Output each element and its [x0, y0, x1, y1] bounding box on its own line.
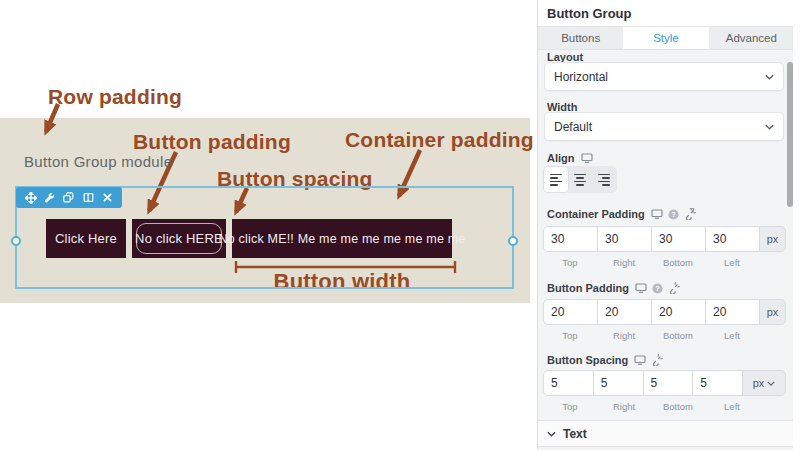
window-edge: [793, 0, 800, 450]
align-right-button[interactable]: [592, 167, 616, 192]
button-spacing-right-input[interactable]: [593, 370, 644, 396]
align-left-icon: [550, 174, 562, 186]
module-button-3[interactable]: No click ME!! Me me me me me me me me: [232, 219, 452, 258]
columns-icon[interactable]: [82, 192, 94, 204]
chevron-down-icon: [767, 381, 775, 386]
container-padding-right-input[interactable]: [597, 226, 652, 252]
button-padding-bottom-input[interactable]: [651, 299, 706, 325]
button-spacing-bottom-input[interactable]: [643, 370, 694, 396]
button-spacing-sublabels: TopRight BottomLeft: [543, 401, 759, 412]
align-control: [543, 166, 617, 193]
chevron-down-icon: [547, 431, 556, 437]
module-button-1[interactable]: Click Here: [46, 219, 126, 258]
container-padding-left-input[interactable]: [705, 226, 760, 252]
panel-title: Button Group: [547, 6, 631, 21]
chevron-down-icon: [765, 124, 774, 130]
container-padding-unit[interactable]: px: [759, 226, 786, 252]
close-icon[interactable]: [101, 192, 113, 204]
container-padding-bottom-input[interactable]: [651, 226, 706, 252]
button-padding-inputs: px: [543, 299, 786, 325]
button-padding-right-input[interactable]: [597, 299, 652, 325]
button-padding-left-input[interactable]: [705, 299, 760, 325]
button-spacing-left-input[interactable]: [692, 370, 743, 396]
annotation-button-padding: Button padding: [133, 130, 291, 154]
tab-buttons[interactable]: Buttons: [538, 27, 623, 49]
svg-text:?: ?: [671, 209, 676, 218]
layout-select[interactable]: Horizontal: [544, 62, 784, 91]
align-center-button[interactable]: [568, 167, 592, 192]
unlink-icon[interactable]: [684, 208, 696, 220]
width-select-value: Default: [554, 120, 765, 134]
button-spacing-inputs: px: [543, 370, 786, 396]
help-icon[interactable]: ?: [652, 283, 663, 294]
button-padding-unit[interactable]: px: [759, 299, 786, 325]
resize-handle-right[interactable]: [508, 236, 518, 246]
panel-header: Button Group: [538, 0, 794, 27]
unlink-icon[interactable]: [668, 282, 680, 294]
tab-style[interactable]: Style: [623, 27, 708, 49]
move-icon[interactable]: [25, 192, 37, 204]
button-spacing-top-input[interactable]: [543, 370, 594, 396]
width-select[interactable]: Default: [544, 112, 784, 141]
responsive-monitor-icon[interactable]: [634, 355, 646, 365]
panel-tabs: Buttons Style Advanced: [538, 27, 794, 50]
builder-canvas: Row padding Button padding Button spacin…: [0, 0, 537, 450]
layout-select-value: Horizontal: [554, 70, 765, 84]
tab-advanced[interactable]: Advanced: [709, 27, 794, 49]
button-padding-top-input[interactable]: [543, 299, 598, 325]
button-group-module: Click Here No click HERE No click ME!! M…: [46, 219, 452, 258]
container-padding-sublabels: TopRight BottomLeft: [543, 257, 759, 268]
align-right-icon: [598, 174, 610, 186]
unlink-icon[interactable]: [651, 354, 663, 366]
module-label: Button Group module: [24, 153, 172, 170]
container-padding-top-input[interactable]: [543, 226, 598, 252]
chevron-down-icon: [765, 74, 774, 80]
svg-text:?: ?: [655, 283, 660, 292]
help-icon[interactable]: ?: [668, 209, 679, 220]
annotation-container-padding: Container padding: [345, 128, 534, 152]
section-text-header[interactable]: Text: [538, 420, 794, 447]
resize-handle-left[interactable]: [11, 236, 21, 246]
button-spacing-label: Button Spacing: [547, 354, 663, 366]
container-padding-inputs: px: [543, 226, 786, 252]
button-spacing-unit[interactable]: px: [742, 370, 786, 396]
align-center-icon: [574, 174, 586, 186]
page: Row padding Button padding Button spacin…: [0, 0, 800, 450]
duplicate-icon[interactable]: [63, 192, 75, 204]
align-left-button[interactable]: [544, 167, 568, 192]
responsive-monitor-icon[interactable]: [581, 153, 593, 163]
align-label: Align: [547, 152, 593, 164]
wrench-icon[interactable]: [44, 192, 56, 204]
button-padding-sublabels: TopRight BottomLeft: [543, 330, 759, 341]
module-toolbar: [16, 187, 122, 208]
button-padding-label: Button Padding ?: [547, 282, 680, 294]
module-button-2[interactable]: No click HERE: [132, 219, 226, 258]
responsive-monitor-icon[interactable]: [635, 283, 647, 293]
module-button-2-label: No click HERE: [135, 231, 223, 246]
container-padding-label: Container Padding ?: [547, 208, 696, 220]
responsive-monitor-icon[interactable]: [651, 209, 663, 219]
annotation-row-padding: Row padding: [48, 85, 182, 109]
settings-panel: Button Group Buttons Style Advanced Layo…: [537, 0, 793, 450]
